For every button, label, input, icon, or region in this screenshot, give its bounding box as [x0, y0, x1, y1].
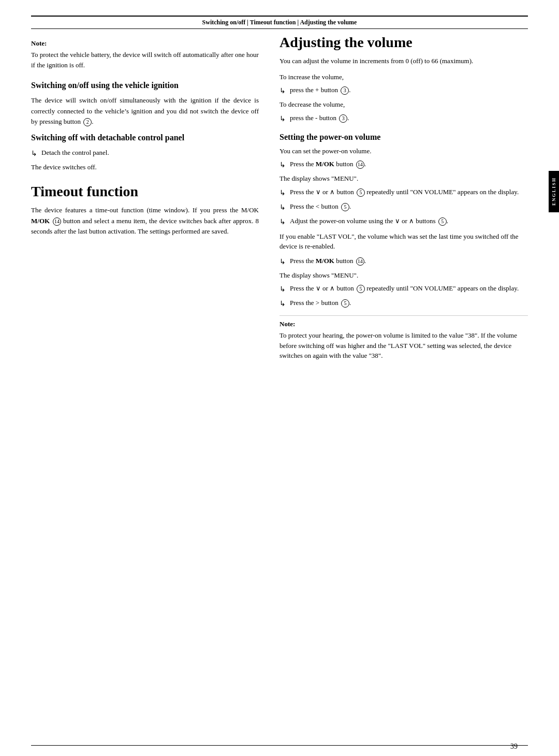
section1-heading: Switching on/off using the vehicle ignit… [31, 80, 259, 91]
power-bullet4-text: Adjust the power-on volume using the ∨ o… [290, 216, 448, 226]
page-container: Switching on/off | Timeout function | Ad… [0, 16, 559, 756]
note-label: Note: [31, 39, 259, 48]
adjusting-title: Adjusting the volume [280, 34, 528, 51]
arrow-icon-p4: ↳ [280, 216, 286, 227]
timeout-text: The device features a time-out function … [31, 205, 259, 237]
timeout-text-part2: button and select a menu item, the devic… [31, 217, 259, 236]
power-bullet6: ↳ Press the ∨ or ∧ button 5 repeatedly u… [280, 283, 528, 295]
arrow-icon-1: ↳ [31, 148, 37, 159]
decrease-num: 3 [339, 114, 347, 123]
decrease-bullet: ↳ press the - button 3. [280, 113, 528, 124]
arrow-icon-decrease: ↳ [280, 113, 286, 124]
arrow-icon-p5: ↳ [280, 256, 286, 267]
header-title: Switching on/off | Timeout function | Ad… [202, 19, 357, 26]
power-bullet1: ↳ Press the M/OK button 14. [280, 159, 528, 170]
power-on-volume-section: Setting the power-on volume You can set … [280, 133, 528, 361]
note-bottom-text: To protect your hearing, the power-on vo… [280, 330, 528, 361]
left-column: Note: To protect the vehicle battery, th… [31, 34, 259, 371]
section-detachable: Switching off with detachable control pa… [31, 133, 259, 173]
header-bar: Switching on/off | Timeout function | Ad… [31, 16, 528, 29]
power-bullet7-text: Press the > button 5. [290, 298, 351, 308]
power-bullet2: ↳ Press the ∨ or ∧ button 5 repeatedly u… [280, 187, 528, 198]
section2-bullet1: ↳ Detach the control panel. [31, 148, 259, 159]
section2-bullet1-text: Detach the control panel. [41, 148, 109, 158]
power-bullet4: ↳ Adjust the power-on volume using the ∨… [280, 216, 528, 227]
note-bottom-label: Note: [280, 320, 528, 328]
adjusting-intro: You can adjust the volume in increments … [280, 56, 528, 67]
timeout-button-num: 14 [53, 217, 61, 226]
power-bullet1-text: Press the M/OK button 14. [290, 159, 366, 169]
power-bullet7-num: 5 [341, 299, 349, 308]
power-bullet5-num: 14 [356, 257, 364, 266]
side-tab-label: ENGLISH [551, 177, 556, 206]
decrease-bullet-text: press the - button 3. [290, 113, 349, 123]
power-bullet3-text: Press the < button 5. [290, 201, 351, 212]
power-bullet2-after: repeatedly until "ON VOLUME" appears on … [366, 188, 519, 196]
timeout-section: Timeout function The device features a t… [31, 183, 259, 237]
display1-text: The display shows "MENU". [280, 173, 528, 184]
power-bullet3: ↳ Press the < button 5. [280, 201, 528, 213]
power-bullet5-text: Press the M/OK button 14. [290, 256, 366, 266]
arrow-icon-p1: ↳ [280, 159, 286, 170]
power-bullet2-num: 5 [357, 188, 365, 197]
content-area: Note: To protect the vehicle battery, th… [31, 34, 528, 371]
note-bottom-section: Note: To protect your hearing, the power… [280, 315, 528, 361]
increase-bullet-text: press the + button 3. [290, 85, 350, 95]
timeout-text-part1: The device features a time-out function … [31, 206, 259, 214]
power-bullet6-text: Press the ∨ or ∧ button 5 repeatedly unt… [290, 283, 519, 294]
if-text: If you enable "LAST VOL", the volume whi… [280, 231, 528, 252]
timeout-title: Timeout function [31, 183, 259, 200]
power-bullet2-text: Press the ∨ or ∧ button 5 repeatedly unt… [290, 187, 519, 197]
section-vehicle-ignition: Switching on/off using the vehicle ignit… [31, 80, 259, 127]
arrow-icon-p6: ↳ [280, 284, 286, 295]
note-section: Note: To protect the vehicle battery, th… [31, 39, 259, 70]
timeout-m-ok: M/OK [31, 217, 50, 225]
press-plus-text: press the + button [290, 86, 338, 94]
power-bullet3-num: 5 [341, 203, 349, 211]
arrow-icon-p7: ↳ [280, 298, 286, 309]
right-column: Adjusting the volume You can adjust the … [280, 34, 528, 371]
side-tab-wrapper: ENGLISH [549, 171, 559, 212]
increase-num: 3 [341, 86, 349, 95]
power-bullet6-num: 5 [357, 285, 365, 293]
power-bullet6-after: repeatedly until "ON VOLUME" appears on … [366, 284, 519, 292]
power-bullet5: ↳ Press the M/OK button 14. [280, 256, 528, 267]
increase-bullet: ↳ press the + button 3. [280, 85, 528, 96]
note-text: To protect the vehicle battery, the devi… [31, 50, 259, 70]
section1-button-num: 2 [83, 118, 92, 126]
section1-text-content: The device will switch on/off simultaneo… [31, 96, 259, 126]
power-bullet7: ↳ Press the > button 5. [280, 298, 528, 309]
power-bullet1-num: 14 [356, 161, 364, 169]
section2-heading: Switching off with detachable control pa… [31, 133, 259, 143]
adjusting-section: Adjusting the volume You can adjust the … [280, 34, 528, 124]
decrease-label: To decrease the volume, [280, 99, 528, 110]
bottom-border [31, 745, 528, 746]
section2-after-text: The device switches off. [31, 162, 259, 173]
display2-text: The display shows "MENU". [280, 270, 528, 281]
page-number: 39 [510, 743, 518, 751]
arrow-icon-p2: ↳ [280, 187, 286, 198]
press-minus-text: press the - button [290, 114, 336, 122]
increase-label: To increase the volume, [280, 72, 528, 82]
section1-text: The device will switch on/off simultaneo… [31, 95, 259, 127]
power-bullet4-num: 5 [438, 217, 447, 226]
power-on-intro: You can set the power-on volume. [280, 146, 528, 156]
arrow-icon-increase: ↳ [280, 85, 286, 96]
arrow-icon-p3: ↳ [280, 202, 286, 213]
power-on-heading: Setting the power-on volume [280, 133, 528, 142]
